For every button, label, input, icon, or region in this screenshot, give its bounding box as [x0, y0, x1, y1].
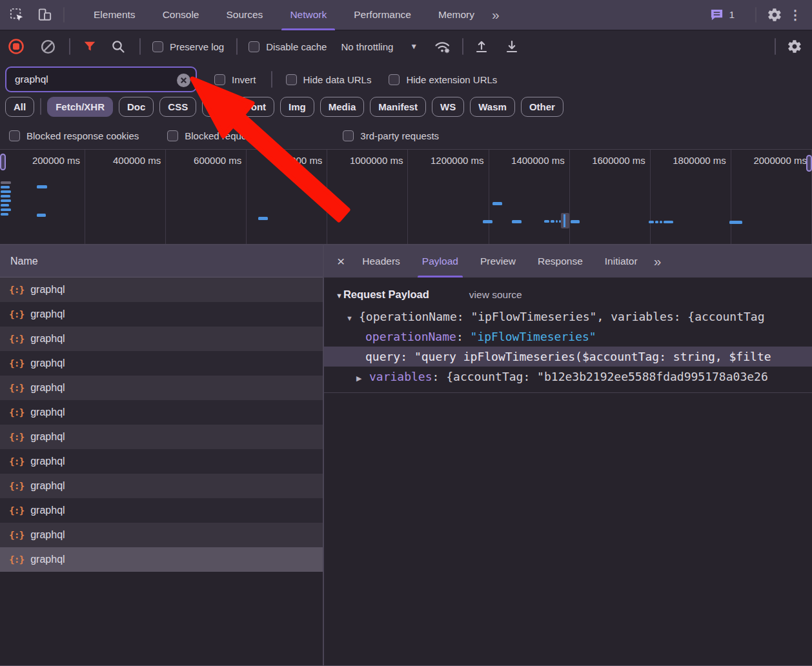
- tab-network[interactable]: Network: [276, 0, 340, 30]
- tab-console[interactable]: Console: [149, 0, 213, 30]
- fetch-xhr-icon: {:}: [9, 530, 24, 540]
- detail-tabs: HeadersPayloadPreviewResponseInitiator: [351, 245, 648, 278]
- checkbox[interactable]: [214, 74, 225, 85]
- detail-tab-response[interactable]: Response: [527, 245, 594, 278]
- blocked-requests-checkbox[interactable]: Blocked requests: [167, 130, 259, 141]
- filter-chip-media[interactable]: Media: [320, 97, 365, 117]
- blocked-response-cookies-checkbox[interactable]: Blocked response cookies: [9, 130, 139, 141]
- hide-extension-urls-checkbox[interactable]: Hide extension URLs: [389, 74, 497, 85]
- filter-chip-manifest[interactable]: Manifest: [370, 97, 426, 117]
- waterfall-bar: [1, 195, 10, 197]
- clear-filter-icon[interactable]: [176, 73, 191, 88]
- name-column-header[interactable]: Name: [0, 245, 323, 278]
- checkbox[interactable]: [9, 130, 20, 141]
- payload-key: variables: [369, 370, 432, 383]
- network-settings-gear-icon[interactable]: [787, 39, 802, 54]
- issues-counter[interactable]: 1: [709, 8, 735, 22]
- filter-chip-img[interactable]: Img: [280, 97, 314, 117]
- payload-line[interactable]: operationName: "ipFlowTimeseries": [324, 327, 812, 347]
- record-network-log-button[interactable]: [8, 38, 25, 55]
- hide-data-urls-checkbox[interactable]: Hide data URLs: [286, 74, 372, 85]
- fetch-xhr-icon: {:}: [9, 334, 24, 344]
- network-overview-timeline[interactable]: 200000 ms400000 ms600000 ms800000 ms1000…: [0, 150, 812, 245]
- table-row[interactable]: {:}graphql: [0, 376, 323, 400]
- table-row[interactable]: {:}graphql: [0, 351, 323, 376]
- checkbox[interactable]: [343, 130, 354, 141]
- table-row[interactable]: {:}graphql: [0, 523, 323, 547]
- kebab-menu-icon[interactable]: ⋮: [789, 7, 802, 23]
- waterfall-bar: [571, 220, 580, 223]
- settings-gear-icon[interactable]: [767, 7, 782, 23]
- detail-tab-preview[interactable]: Preview: [469, 245, 527, 278]
- pane-divider[interactable]: [323, 245, 324, 665]
- table-row[interactable]: {:}graphql: [0, 547, 323, 572]
- table-row[interactable]: {:}graphql: [0, 425, 323, 449]
- request-name: graphql: [30, 529, 65, 541]
- message-bubble-icon: [709, 8, 724, 22]
- export-har-icon[interactable]: [504, 39, 520, 54]
- table-row[interactable]: {:}graphql: [0, 327, 323, 351]
- payload-base: {operationName: "ipFlowTimeseries", vari…: [359, 310, 765, 323]
- checkbox[interactable]: [286, 74, 297, 85]
- import-har-icon[interactable]: [474, 39, 489, 54]
- checkbox[interactable]: [389, 74, 400, 85]
- clear-network-log-button[interactable]: [40, 39, 56, 55]
- filter-chip-ws[interactable]: WS: [432, 97, 464, 117]
- tab-memory[interactable]: Memory: [425, 0, 488, 30]
- payload-line[interactable]: query: "query ipFlowTimeseries($accountT…: [324, 347, 812, 367]
- filter-chip-js[interactable]: JS: [202, 97, 230, 117]
- more-detail-tabs-icon[interactable]: »: [654, 254, 660, 269]
- tree-caret-icon[interactable]: ▼: [346, 308, 359, 327]
- close-icon[interactable]: ×: [337, 254, 345, 269]
- filter-chip-other[interactable]: Other: [521, 97, 563, 117]
- table-row[interactable]: {:}graphql: [0, 498, 323, 523]
- filter-chip-font[interactable]: Font: [237, 97, 274, 117]
- payload-line[interactable]: ▼{operationName: "ipFlowTimeseries", var…: [324, 307, 812, 327]
- detail-tab-initiator[interactable]: Initiator: [594, 245, 649, 278]
- table-row[interactable]: {:}graphql: [0, 302, 323, 327]
- preserve-log-checkbox[interactable]: Preserve log: [152, 41, 224, 52]
- filter-input[interactable]: [6, 74, 196, 85]
- detail-tab-headers[interactable]: Headers: [351, 245, 411, 278]
- filter-chip-doc[interactable]: Doc: [119, 97, 154, 117]
- filter-chip-wasm[interactable]: Wasm: [470, 97, 515, 117]
- table-row[interactable]: {:}graphql: [0, 278, 323, 302]
- waterfall-bar: [37, 214, 46, 217]
- tab-performance[interactable]: Performance: [340, 0, 425, 30]
- overview-scroll-handle-left[interactable]: [0, 154, 6, 170]
- detail-tab-payload[interactable]: Payload: [411, 245, 469, 278]
- timeline-column: 800000 ms: [247, 150, 327, 244]
- payload-base: "query ipFlowTimeseries($accountTag: str…: [414, 350, 771, 363]
- tree-caret-icon[interactable]: ▶: [356, 368, 369, 387]
- throttling-select[interactable]: No throttling ▼: [341, 41, 418, 52]
- collapse-caret-icon[interactable]: ▼: [336, 292, 343, 299]
- invert-checkbox[interactable]: Invert: [214, 74, 256, 85]
- checkbox[interactable]: [152, 41, 163, 52]
- payload-line[interactable]: ▶variables: {accountTag: "b12e3b2192ee55…: [324, 367, 812, 387]
- network-conditions-icon[interactable]: [434, 39, 451, 54]
- payload-string: "ipFlowTimeseries": [471, 330, 596, 343]
- checkbox[interactable]: [167, 130, 178, 141]
- third-party-requests-checkbox[interactable]: 3rd-party requests: [343, 130, 439, 141]
- search-icon[interactable]: [110, 39, 126, 54]
- request-type-chips: AllFetch/XHRDocCSSJSFontImgMediaManifest…: [5, 96, 563, 117]
- timeline-tick-label: 1400000 ms: [511, 155, 565, 166]
- filter-chip-fetch-xhr[interactable]: Fetch/XHR: [47, 97, 113, 117]
- overview-scroll-handle-right[interactable]: [806, 155, 812, 172]
- filter-funnel-icon[interactable]: [83, 39, 97, 54]
- table-row[interactable]: {:}graphql: [0, 474, 323, 498]
- more-panels-icon[interactable]: »: [492, 7, 498, 23]
- timeline-column: 200000 ms: [5, 150, 85, 244]
- tab-sources[interactable]: Sources: [213, 0, 277, 30]
- timeline-tick-label: 2000000 ms: [753, 155, 807, 166]
- view-source-link[interactable]: view source: [469, 289, 522, 301]
- disable-cache-checkbox[interactable]: Disable cache: [249, 41, 327, 52]
- filter-chip-css[interactable]: CSS: [159, 97, 196, 117]
- table-row[interactable]: {:}graphql: [0, 400, 323, 425]
- checkbox[interactable]: [249, 41, 259, 52]
- inspect-element-icon[interactable]: [9, 7, 25, 23]
- device-toolbar-icon[interactable]: [37, 7, 53, 23]
- tab-elements[interactable]: Elements: [80, 0, 149, 30]
- table-row[interactable]: {:}graphql: [0, 449, 323, 474]
- filter-chip-all[interactable]: All: [5, 97, 34, 117]
